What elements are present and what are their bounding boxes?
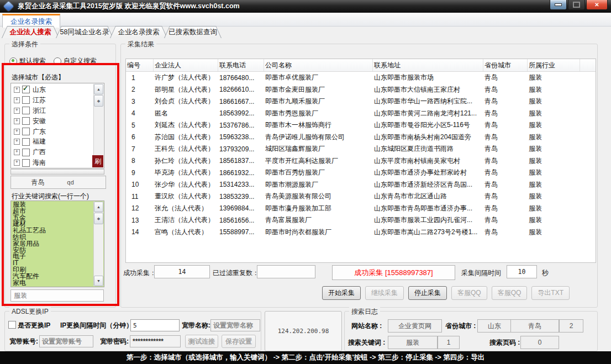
refresh-button[interactable]: 刷 [92,155,103,167]
scroll-down-icon[interactable]: ▼ [94,276,103,286]
table-row[interactable]: 8 孙仁玲（法人代表） 18561837... 平度市开红高利达服装厂 山东平度… [126,155,596,167]
table-row[interactable]: 9 毕克涛（法人代表） 18661932... 即墨市百秀纺服装厂 山东即墨市通… [126,167,596,179]
cell-phone: 13793209... [218,145,264,153]
province-checkbox[interactable]: ✓ [22,86,30,93]
province-tree-item[interactable]: + ✓ 浙江 [11,105,104,116]
province-checkbox[interactable]: ✓ [22,96,30,104]
results-table[interactable]: 编号 企业法人 联系电话 公司名称 联系地址 省份城市 所属行业 [125,59,596,263]
table-row[interactable]: 4 匿名 18563992... 即墨市秀恩服装厂 山东即墨市黄河二路南龙湾村1… [126,108,596,120]
test-connection-button[interactable]: 测试连接 [185,335,218,348]
action-button[interactable]: 停止采集 [408,286,447,300]
interval-input[interactable]: 10 [507,265,537,278]
keyword-item[interactable]: 家电 [13,280,93,287]
expand-plus-icon[interactable]: + [14,160,20,166]
column-header[interactable]: 企业法人 [154,59,218,71]
province-tree-item[interactable]: + ✓ 山东 [11,85,104,95]
column-header[interactable]: 联系地址 [373,59,483,71]
city-code-box: qd [65,176,106,189]
table-row[interactable]: 5 刘延杰（法人代表） 15376786... 即墨市木一林服饰商行 山东即墨市… [126,119,596,131]
table-row[interactable]: 2 邵明星（法人代表） 18266610... 即墨市金麦田服装厂 山东即墨市大… [126,84,596,96]
province-label: 福建 [33,137,46,146]
expand-plus-icon[interactable]: + [14,108,20,114]
adsl-group-label: ADSL更换IP [9,307,51,316]
province-tree-item[interactable]: + ✓ 海南 [11,157,104,168]
column-header[interactable]: 所属行业 [528,59,580,71]
action-button[interactable]: 客服QQ [451,286,487,300]
province-label: 广东 [33,127,46,136]
table-row[interactable]: 10 张少华（法人代表） 15314233... 即墨市潮源服装厂 山东即墨市通… [126,179,596,191]
keywords-scrollbar[interactable]: ▲ ◆ ▼ [93,202,103,286]
cell-address: 山东即墨市华山一路西纳利宝院... [373,97,483,106]
expand-plus-icon[interactable]: + [14,129,20,135]
column-header[interactable]: 省份城市 [483,59,528,71]
table-row[interactable]: 12 张允（法人代表） 13969884... 即墨市瀛丹服装加工部 山东即墨市… [126,203,596,215]
sub-tab[interactable]: 58同城企业名录 [56,26,113,38]
expand-plus-icon[interactable]: + [14,118,20,124]
scroll-up-icon[interactable]: ▲ [94,84,103,94]
close-button[interactable]: ✕ [586,0,608,10]
expand-plus-icon[interactable]: + [14,97,20,103]
province-tree-item[interactable]: + ✓ 江苏 [11,95,104,105]
radio-custom-search[interactable]: 自定义搜索 [54,56,97,66]
cell-address: 山东即墨市黄河二路南龙湾村121... [373,109,483,118]
sub-tab[interactable]: 企业名录搜索 [110,26,167,38]
success-status-message: 成功采集 [15588997387] [332,265,455,280]
province-checkbox[interactable]: ✓ [22,117,30,125]
column-header[interactable]: 编号 [126,59,154,71]
action-button[interactable]: 开始采集 [322,286,361,300]
radio-default-search[interactable]: 默认搜索 [9,56,46,66]
broadband-name-input[interactable]: 设置宽带名称 [210,319,260,331]
broadband-account-input[interactable]: 设置宽带账号 [39,335,93,347]
cell-legal-person: 刘延杰（法人代表） [154,120,218,130]
maximize-button[interactable] [568,0,585,10]
ip-interval-input[interactable]: 5 [130,319,180,331]
province-checkbox[interactable]: ✓ [22,149,30,156]
log-page-box: 0 [520,336,559,349]
province-tree[interactable]: + ✓ 山东 + ✓ 江苏 + ✓ 浙江 [10,83,104,168]
table-row[interactable]: 1 许广梦（法人代表） 18766480... 即墨市卓优服装厂 山东即墨市服装… [126,72,596,84]
province-tree-item[interactable]: + ✓ 安徽 [11,116,104,126]
scrollbar-thumb[interactable]: ◆ [94,213,103,224]
province-checkbox[interactable]: ✓ [22,128,30,135]
column-header[interactable]: 公司名称 [264,59,373,71]
change-ip-checkbox[interactable] [8,321,16,329]
minimize-button[interactable] [550,0,567,10]
column-header[interactable]: 联系电话 [218,59,264,71]
keyword-input[interactable]: 服装 [10,289,104,302]
selection-conditions-label: 选择条件 [9,40,40,49]
province-checkbox[interactable]: ✓ [22,159,30,167]
action-button[interactable]: 继续采集 [365,286,404,300]
sub-tab[interactable]: 已搜索数据查询 [164,26,222,38]
table-row[interactable]: 7 王科先（法人代表） 13793209... 城阳区瑞鑫辉服装厂 山东城阳区夏… [126,143,596,155]
cell-province-city: 青岛 [483,156,528,166]
province-tree-item[interactable]: + ✓ 广东 [11,126,104,137]
table-row[interactable]: 11 董汉欣（法人代表） 13853239... 青岛美源服装有限公司 山东青岛… [126,191,596,203]
title-bar[interactable]: 泉贸企业名录采集工具2015贺岁版 欢迎光临泉贸软件www.svch0st.co… [0,0,611,13]
cell-num: 4 [126,109,154,117]
expand-plus-icon[interactable]: + [14,87,20,93]
scroll-up-icon[interactable]: ▲ [94,202,103,212]
action-button[interactable]: 客服QQ [492,286,528,300]
province-checkbox[interactable]: ✓ [22,107,30,114]
log-province-label: 省份城市 : [445,321,476,331]
cell-address: 山东即墨市南杨头村南204国道旁 [373,133,483,142]
industry-keywords-listbox[interactable]: 服装 超市 五金 建材 礼品工艺品 纺织 家居用品 安防 电子 [10,201,104,287]
province-tree-item[interactable]: + ✓ 福建 [11,136,104,147]
province-checkbox[interactable]: ✓ [22,138,30,146]
table-row[interactable]: 6 苏治国（法人代表） 15963238... 青岛伊诺唯儿服饰有限公司 山东即… [126,131,596,144]
save-settings-button[interactable]: 保存设置 [222,335,256,348]
cell-company: 即墨市卓优服装厂 [264,73,373,82]
table-row[interactable]: 3 刘会贞（法人代表） 18661667... 即墨市九顺禾服装厂 山东即墨市华… [126,96,596,108]
table-row[interactable]: 14 宫鸣（法人代表） 15588997... 即墨市时尚衣都服装厂 山东即墨市… [126,226,596,239]
expand-plus-icon[interactable]: + [14,139,20,145]
sub-tab[interactable]: 企业法人搜索 [2,26,59,38]
expand-plus-icon[interactable]: + [14,149,20,155]
province-tree-item[interactable]: + ✓ 广西 [11,147,104,157]
interval-label: 采集间隔时间 [461,268,501,278]
cell-province-city: 青岛 [483,228,528,237]
broadband-password-input[interactable]: ************ [130,335,181,347]
table-row[interactable]: 13 王清洁（法人代表） 18561656... 青岛富晨服装厂 山东即墨市服装… [126,214,596,226]
scrollbar-thumb[interactable]: ◆ [94,95,103,107]
keyword-item[interactable]: 电子 [13,254,93,260]
action-button[interactable]: 导出TXT [531,286,570,300]
